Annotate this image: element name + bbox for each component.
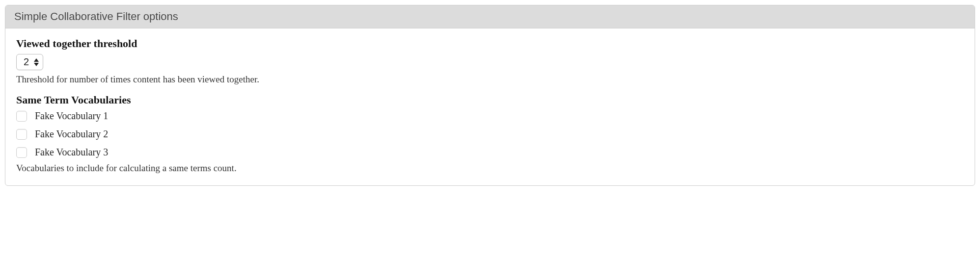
vocabularies-form-item: Same Term Vocabularies Fake Vocabulary 1… [16, 94, 964, 174]
vocabulary-item: Fake Vocabulary 2 [16, 128, 964, 140]
vocabularies-description: Vocabularies to include for calculating … [16, 163, 964, 174]
vocabulary-checkbox-label[interactable]: Fake Vocabulary 1 [35, 110, 108, 122]
fieldset-title: Simple Collaborative Filter options [5, 5, 975, 28]
select-arrows-icon [34, 58, 39, 66]
vocabulary-checkbox[interactable] [16, 129, 27, 140]
threshold-form-item: Viewed together threshold 2 Threshold fo… [16, 37, 964, 85]
options-fieldset: Simple Collaborative Filter options View… [5, 5, 975, 186]
vocabulary-item: Fake Vocabulary 1 [16, 110, 964, 122]
vocabularies-checkbox-list: Fake Vocabulary 1 Fake Vocabulary 2 Fake… [16, 110, 964, 158]
vocabulary-checkbox[interactable] [16, 111, 27, 122]
svg-marker-0 [34, 58, 39, 62]
vocabulary-checkbox-label[interactable]: Fake Vocabulary 3 [35, 147, 108, 158]
vocabularies-label: Same Term Vocabularies [16, 94, 964, 106]
vocabulary-checkbox[interactable] [16, 147, 27, 158]
threshold-label: Viewed together threshold [16, 37, 964, 50]
threshold-selected-value: 2 [24, 56, 34, 68]
vocabulary-checkbox-label[interactable]: Fake Vocabulary 2 [35, 128, 108, 140]
threshold-select[interactable]: 2 [16, 54, 43, 70]
svg-marker-1 [34, 63, 39, 66]
vocabulary-item: Fake Vocabulary 3 [16, 147, 964, 158]
threshold-description: Threshold for number of times content ha… [16, 74, 964, 85]
fieldset-body: Viewed together threshold 2 Threshold fo… [5, 28, 975, 185]
